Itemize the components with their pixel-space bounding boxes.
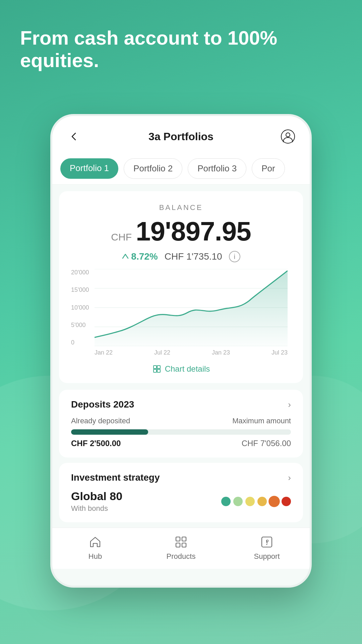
svg-rect-11 (176, 537, 180, 541)
nav-label-hub: Hub (88, 552, 102, 561)
deposited-value: CHF 2'500.00 (71, 439, 121, 448)
home-icon (88, 535, 103, 549)
strategy-name: Global 80 (71, 490, 122, 503)
products-icon (174, 535, 188, 549)
tab-portfolio-4[interactable]: Por (252, 158, 285, 179)
risk-dot-5 (268, 496, 280, 507)
nav-label-support: Support (254, 552, 280, 561)
strategy-card-header: Investment strategy › (71, 472, 291, 483)
svg-rect-12 (182, 537, 186, 541)
svg-rect-9 (154, 369, 157, 372)
strategy-card: Investment strategy › Global 80 With bon… (59, 463, 303, 522)
risk-dot-4 (257, 497, 267, 506)
deposit-labels: Already deposited Maximum amount (71, 417, 291, 425)
support-icon: ? (259, 535, 274, 549)
deposit-progress-track (71, 429, 291, 435)
deposits-title: Deposits 2023 (71, 399, 134, 410)
balance-chart: 20'000 15'000 10'000 5'000 0 (71, 269, 291, 356)
balance-currency: CHF (111, 231, 132, 243)
balance-section: BALANCE CHF 19'897.95 8.72% CHF 1'735.10… (59, 191, 303, 383)
deposits-card-header: Deposits 2023 › (71, 399, 291, 410)
svg-rect-10 (157, 369, 160, 372)
max-amount-label: Maximum amount (232, 417, 291, 425)
phone-inner: 3a Portfolios Portfolio 1 Portfolio 2 Po… (52, 116, 310, 586)
nav-item-products[interactable]: Products (138, 535, 224, 561)
profile-button[interactable] (280, 128, 296, 145)
strategy-sub: With bonds (71, 504, 122, 513)
nav-label-products: Products (167, 552, 196, 561)
strategy-info: Global 80 With bonds (71, 490, 122, 513)
deposits-card: Deposits 2023 › Already deposited Maximu… (59, 390, 303, 458)
strategy-chevron-icon[interactable]: › (288, 473, 291, 483)
tab-portfolio-2[interactable]: Portfolio 2 (124, 158, 182, 179)
change-percent-value: 8.72% (131, 251, 158, 262)
deposit-progress-fill (71, 429, 148, 435)
change-percent: 8.72% (122, 251, 158, 262)
svg-rect-14 (182, 543, 186, 547)
portfolio-tabs: Portfolio 1 Portfolio 2 Portfolio 3 Por (52, 153, 310, 184)
chart-x-labels: Jan 22 Jul 22 Jan 23 Jul 23 (95, 349, 288, 356)
max-value: CHF 7'056.00 (242, 439, 291, 448)
nav-item-support[interactable]: ? Support (224, 535, 310, 561)
balance-change: 8.72% CHF 1'735.10 i (71, 251, 291, 262)
chart-area (95, 269, 288, 346)
svg-text:?: ? (266, 539, 269, 545)
hero-text: From cash account to 100% equities. (20, 27, 342, 71)
tab-portfolio-1[interactable]: Portfolio 1 (60, 158, 118, 179)
risk-dot-2 (233, 497, 243, 506)
nav-item-hub[interactable]: Hub (52, 535, 138, 561)
already-deposited-label: Already deposited (71, 417, 130, 425)
phone-mockup: 3a Portfolios Portfolio 1 Portfolio 2 Po… (50, 114, 312, 588)
header-title: 3a Portfolios (148, 130, 214, 143)
risk-dot-3 (245, 497, 255, 506)
strategy-title: Investment strategy (71, 472, 160, 483)
svg-rect-13 (176, 543, 180, 547)
chart-details-label: Chart details (165, 364, 210, 374)
balance-amount: CHF 19'897.95 (71, 216, 291, 247)
change-amount-value: CHF 1'735.10 (165, 251, 222, 262)
deposit-values: CHF 2'500.00 CHF 7'056.00 (71, 439, 291, 448)
app-header: 3a Portfolios (52, 116, 310, 153)
risk-dot-1 (221, 497, 231, 506)
tab-portfolio-3[interactable]: Portfolio 3 (188, 158, 246, 179)
risk-dot-6 (282, 497, 291, 506)
svg-rect-7 (154, 366, 157, 369)
bottom-nav: Hub Products (52, 528, 310, 569)
balance-value: 19'897.95 (136, 216, 251, 247)
chart-y-labels: 20'000 15'000 10'000 5'000 0 (71, 269, 89, 346)
back-button[interactable] (66, 128, 82, 145)
chart-details-link[interactable]: Chart details (71, 359, 291, 376)
deposits-chevron-icon[interactable]: › (288, 399, 291, 410)
risk-dots (221, 497, 291, 506)
info-button[interactable]: i (229, 251, 240, 262)
svg-rect-8 (157, 366, 160, 369)
svg-point-1 (286, 133, 290, 137)
balance-label: BALANCE (71, 203, 291, 212)
strategy-row: Global 80 With bonds (71, 490, 291, 513)
